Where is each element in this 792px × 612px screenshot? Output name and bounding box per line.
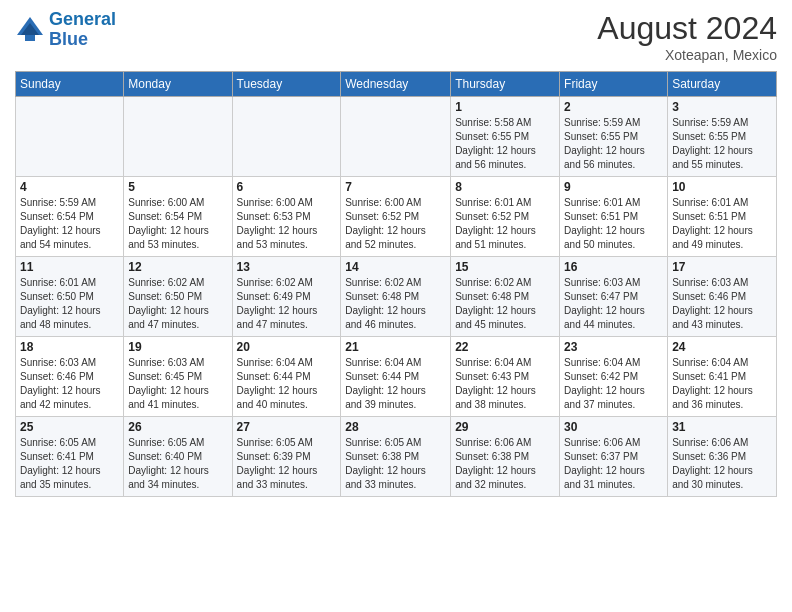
day-number: 24 [672, 340, 772, 354]
day-number: 19 [128, 340, 227, 354]
cell-w0-d5: 2Sunrise: 5:59 AM Sunset: 6:55 PM Daylig… [560, 97, 668, 177]
month-year: August 2024 [597, 10, 777, 47]
day-info: Sunrise: 6:00 AM Sunset: 6:53 PM Dayligh… [237, 196, 337, 252]
day-number: 8 [455, 180, 555, 194]
day-number: 30 [564, 420, 663, 434]
calendar: Sunday Monday Tuesday Wednesday Thursday… [15, 71, 777, 497]
cell-w0-d0 [16, 97, 124, 177]
week-row-2: 11Sunrise: 6:01 AM Sunset: 6:50 PM Dayli… [16, 257, 777, 337]
header: General Blue August 2024 Xoteapan, Mexic… [15, 10, 777, 63]
col-saturday: Saturday [668, 72, 777, 97]
day-info: Sunrise: 6:00 AM Sunset: 6:54 PM Dayligh… [128, 196, 227, 252]
day-number: 31 [672, 420, 772, 434]
cell-w4-d2: 27Sunrise: 6:05 AM Sunset: 6:39 PM Dayli… [232, 417, 341, 497]
cell-w2-d6: 17Sunrise: 6:03 AM Sunset: 6:46 PM Dayli… [668, 257, 777, 337]
cell-w2-d0: 11Sunrise: 6:01 AM Sunset: 6:50 PM Dayli… [16, 257, 124, 337]
day-info: Sunrise: 6:06 AM Sunset: 6:37 PM Dayligh… [564, 436, 663, 492]
day-number: 6 [237, 180, 337, 194]
cell-w1-d2: 6Sunrise: 6:00 AM Sunset: 6:53 PM Daylig… [232, 177, 341, 257]
cell-w1-d0: 4Sunrise: 5:59 AM Sunset: 6:54 PM Daylig… [16, 177, 124, 257]
day-info: Sunrise: 6:04 AM Sunset: 6:44 PM Dayligh… [237, 356, 337, 412]
cell-w1-d3: 7Sunrise: 6:00 AM Sunset: 6:52 PM Daylig… [341, 177, 451, 257]
day-info: Sunrise: 6:02 AM Sunset: 6:48 PM Dayligh… [345, 276, 446, 332]
cell-w2-d3: 14Sunrise: 6:02 AM Sunset: 6:48 PM Dayli… [341, 257, 451, 337]
week-row-3: 18Sunrise: 6:03 AM Sunset: 6:46 PM Dayli… [16, 337, 777, 417]
day-info: Sunrise: 6:04 AM Sunset: 6:42 PM Dayligh… [564, 356, 663, 412]
day-info: Sunrise: 5:58 AM Sunset: 6:55 PM Dayligh… [455, 116, 555, 172]
day-info: Sunrise: 6:00 AM Sunset: 6:52 PM Dayligh… [345, 196, 446, 252]
day-number: 21 [345, 340, 446, 354]
day-info: Sunrise: 5:59 AM Sunset: 6:55 PM Dayligh… [672, 116, 772, 172]
cell-w2-d5: 16Sunrise: 6:03 AM Sunset: 6:47 PM Dayli… [560, 257, 668, 337]
day-number: 27 [237, 420, 337, 434]
col-tuesday: Tuesday [232, 72, 341, 97]
cell-w0-d3 [341, 97, 451, 177]
cell-w3-d1: 19Sunrise: 6:03 AM Sunset: 6:45 PM Dayli… [124, 337, 232, 417]
logo-text: General Blue [49, 10, 116, 50]
day-info: Sunrise: 6:06 AM Sunset: 6:38 PM Dayligh… [455, 436, 555, 492]
cell-w4-d6: 31Sunrise: 6:06 AM Sunset: 6:36 PM Dayli… [668, 417, 777, 497]
day-number: 9 [564, 180, 663, 194]
cell-w4-d5: 30Sunrise: 6:06 AM Sunset: 6:37 PM Dayli… [560, 417, 668, 497]
day-info: Sunrise: 6:03 AM Sunset: 6:46 PM Dayligh… [672, 276, 772, 332]
col-thursday: Thursday [451, 72, 560, 97]
svg-rect-2 [25, 35, 35, 41]
day-info: Sunrise: 6:04 AM Sunset: 6:44 PM Dayligh… [345, 356, 446, 412]
day-number: 10 [672, 180, 772, 194]
day-info: Sunrise: 5:59 AM Sunset: 6:55 PM Dayligh… [564, 116, 663, 172]
day-info: Sunrise: 6:05 AM Sunset: 6:38 PM Dayligh… [345, 436, 446, 492]
day-info: Sunrise: 6:03 AM Sunset: 6:45 PM Dayligh… [128, 356, 227, 412]
week-row-0: 1Sunrise: 5:58 AM Sunset: 6:55 PM Daylig… [16, 97, 777, 177]
cell-w3-d0: 18Sunrise: 6:03 AM Sunset: 6:46 PM Dayli… [16, 337, 124, 417]
day-number: 1 [455, 100, 555, 114]
col-sunday: Sunday [16, 72, 124, 97]
day-info: Sunrise: 6:01 AM Sunset: 6:50 PM Dayligh… [20, 276, 119, 332]
cell-w1-d6: 10Sunrise: 6:01 AM Sunset: 6:51 PM Dayli… [668, 177, 777, 257]
day-number: 22 [455, 340, 555, 354]
day-number: 13 [237, 260, 337, 274]
day-info: Sunrise: 6:02 AM Sunset: 6:48 PM Dayligh… [455, 276, 555, 332]
cell-w0-d6: 3Sunrise: 5:59 AM Sunset: 6:55 PM Daylig… [668, 97, 777, 177]
week-row-1: 4Sunrise: 5:59 AM Sunset: 6:54 PM Daylig… [16, 177, 777, 257]
day-number: 25 [20, 420, 119, 434]
week-row-4: 25Sunrise: 6:05 AM Sunset: 6:41 PM Dayli… [16, 417, 777, 497]
day-number: 2 [564, 100, 663, 114]
page: General Blue August 2024 Xoteapan, Mexic… [0, 0, 792, 507]
day-info: Sunrise: 5:59 AM Sunset: 6:54 PM Dayligh… [20, 196, 119, 252]
day-info: Sunrise: 6:01 AM Sunset: 6:51 PM Dayligh… [564, 196, 663, 252]
cell-w4-d1: 26Sunrise: 6:05 AM Sunset: 6:40 PM Dayli… [124, 417, 232, 497]
day-number: 5 [128, 180, 227, 194]
day-info: Sunrise: 6:02 AM Sunset: 6:49 PM Dayligh… [237, 276, 337, 332]
day-number: 28 [345, 420, 446, 434]
day-info: Sunrise: 6:06 AM Sunset: 6:36 PM Dayligh… [672, 436, 772, 492]
day-number: 26 [128, 420, 227, 434]
cell-w3-d2: 20Sunrise: 6:04 AM Sunset: 6:44 PM Dayli… [232, 337, 341, 417]
cell-w3-d4: 22Sunrise: 6:04 AM Sunset: 6:43 PM Dayli… [451, 337, 560, 417]
col-monday: Monday [124, 72, 232, 97]
cell-w3-d5: 23Sunrise: 6:04 AM Sunset: 6:42 PM Dayli… [560, 337, 668, 417]
location: Xoteapan, Mexico [597, 47, 777, 63]
day-info: Sunrise: 6:05 AM Sunset: 6:39 PM Dayligh… [237, 436, 337, 492]
cell-w3-d3: 21Sunrise: 6:04 AM Sunset: 6:44 PM Dayli… [341, 337, 451, 417]
cell-w2-d1: 12Sunrise: 6:02 AM Sunset: 6:50 PM Dayli… [124, 257, 232, 337]
day-number: 16 [564, 260, 663, 274]
day-number: 12 [128, 260, 227, 274]
day-info: Sunrise: 6:05 AM Sunset: 6:40 PM Dayligh… [128, 436, 227, 492]
day-info: Sunrise: 6:05 AM Sunset: 6:41 PM Dayligh… [20, 436, 119, 492]
calendar-header-row: Sunday Monday Tuesday Wednesday Thursday… [16, 72, 777, 97]
cell-w1-d4: 8Sunrise: 6:01 AM Sunset: 6:52 PM Daylig… [451, 177, 560, 257]
day-number: 18 [20, 340, 119, 354]
day-info: Sunrise: 6:02 AM Sunset: 6:50 PM Dayligh… [128, 276, 227, 332]
cell-w0-d4: 1Sunrise: 5:58 AM Sunset: 6:55 PM Daylig… [451, 97, 560, 177]
day-number: 20 [237, 340, 337, 354]
logo: General Blue [15, 10, 116, 50]
title-block: August 2024 Xoteapan, Mexico [597, 10, 777, 63]
col-wednesday: Wednesday [341, 72, 451, 97]
day-info: Sunrise: 6:04 AM Sunset: 6:43 PM Dayligh… [455, 356, 555, 412]
cell-w3-d6: 24Sunrise: 6:04 AM Sunset: 6:41 PM Dayli… [668, 337, 777, 417]
cell-w2-d2: 13Sunrise: 6:02 AM Sunset: 6:49 PM Dayli… [232, 257, 341, 337]
day-number: 7 [345, 180, 446, 194]
cell-w4-d4: 29Sunrise: 6:06 AM Sunset: 6:38 PM Dayli… [451, 417, 560, 497]
cell-w2-d4: 15Sunrise: 6:02 AM Sunset: 6:48 PM Dayli… [451, 257, 560, 337]
day-number: 15 [455, 260, 555, 274]
